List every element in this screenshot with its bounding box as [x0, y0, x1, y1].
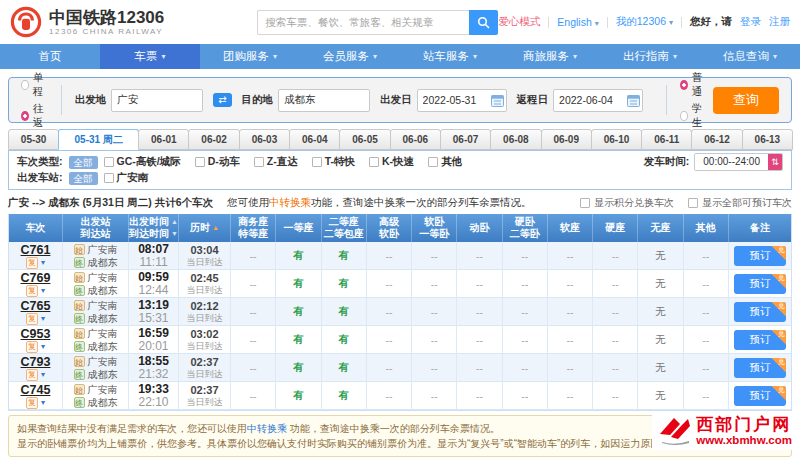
date-tab[interactable]: 06-13	[742, 129, 793, 150]
calendar-icon[interactable]	[627, 94, 640, 107]
column-header[interactable]: 商务座 特等座	[231, 214, 276, 242]
global-search-input[interactable]	[257, 10, 469, 35]
depart-time: 09:59	[138, 270, 169, 284]
date-tab[interactable]: 05-30	[8, 129, 59, 150]
nav-item[interactable]: 信息查询 ▾	[700, 44, 800, 69]
calendar-icon[interactable]	[491, 94, 504, 107]
nav-item[interactable]: 出行指南 ▾	[600, 44, 700, 69]
train-type-checkbox[interactable]: D-动车	[195, 155, 240, 169]
train-number-link[interactable]: C793	[21, 355, 51, 369]
book-button[interactable]: 预订 兑	[734, 358, 786, 378]
book-button[interactable]: 预订 兑	[734, 274, 786, 294]
time-range-toggle-icon[interactable]: ⇅	[768, 154, 782, 170]
depart-station-checkbox[interactable]: 广安南	[104, 171, 149, 185]
arrive-day: 当日到达	[187, 397, 223, 408]
from-station-input[interactable]	[111, 89, 203, 112]
date-tab[interactable]: 06-10	[591, 129, 642, 150]
register-link[interactable]: 注册	[769, 15, 790, 29]
train-number-link[interactable]: C745	[21, 383, 51, 397]
search-button[interactable]	[469, 10, 498, 35]
expand-caret-icon[interactable]: ▾	[41, 398, 45, 408]
arrive-day: 当日到达	[187, 257, 223, 268]
column-header[interactable]: 软卧 一等卧	[412, 214, 457, 242]
expand-caret-icon[interactable]: ▾	[41, 286, 45, 296]
column-header[interactable]: 出发站 到达站	[63, 214, 129, 242]
date-tab[interactable]: 06-12	[691, 129, 742, 150]
nav-item[interactable]: 团购服务 ▾	[200, 44, 300, 69]
nav-item[interactable]: 商旅服务 ▾	[500, 44, 600, 69]
transfer-link[interactable]: 中转换乘	[247, 423, 287, 434]
nav-item-label: 商旅服务	[523, 49, 569, 64]
train-type-checkbox[interactable]: 其他	[428, 155, 462, 169]
date-tab[interactable]: 05-31 周二	[58, 129, 139, 150]
nav-item[interactable]: 首页	[0, 44, 100, 69]
column-header[interactable]: 车次	[9, 214, 63, 242]
brand[interactable]: 中国铁路12306 12306 CHINA RAILWAY	[10, 6, 257, 38]
book-button[interactable]: 预订 兑	[734, 246, 786, 266]
expand-caret-icon[interactable]: ▾	[41, 314, 45, 324]
date-tab[interactable]: 06-06	[390, 129, 441, 150]
points-exchange-corner-badge: 兑	[771, 330, 786, 345]
care-mode-link[interactable]: 爱心模式	[498, 15, 540, 29]
all-types-badge[interactable]: 全部	[69, 156, 98, 169]
my-12306-menu[interactable]: 我的12306▾	[616, 15, 673, 29]
date-tab[interactable]: 06-03	[239, 129, 290, 150]
date-tab[interactable]: 06-07	[440, 129, 491, 150]
nav-item[interactable]: 车票 ▾	[100, 44, 200, 69]
nav-item[interactable]: 会员服务 ▾	[300, 44, 400, 69]
login-link[interactable]: 登录	[740, 15, 761, 29]
column-header[interactable]: 备注	[729, 214, 791, 242]
seat-second-cell: 有	[322, 326, 367, 353]
depart-time-value[interactable]: 00:00--24:00	[695, 154, 768, 170]
trip-type-radio[interactable]: 往返	[21, 102, 48, 130]
column-header[interactable]: 硬座	[593, 214, 638, 242]
column-header[interactable]: 硬卧 二等卧	[503, 214, 548, 242]
train-type-checkbox[interactable]: K-快速	[369, 155, 414, 169]
query-button[interactable]: 查询	[713, 87, 779, 114]
nav-item[interactable]: 站车服务 ▾	[400, 44, 500, 69]
date-tab[interactable]: 06-08	[490, 129, 541, 150]
column-header[interactable]: 软座	[548, 214, 593, 242]
passenger-type-group: 普通 学生	[680, 71, 707, 130]
train-number-link[interactable]: C761	[21, 243, 51, 257]
train-number-link[interactable]: C953	[21, 327, 51, 341]
expand-caret-icon[interactable]: ▾	[41, 370, 45, 380]
train-type-checkbox[interactable]: T-特快	[312, 155, 355, 169]
date-tab[interactable]: 06-02	[188, 129, 239, 150]
train-type-checkbox[interactable]: GC-高铁/城际	[104, 155, 181, 169]
date-tab[interactable]: 06-11	[641, 129, 692, 150]
swap-stations-icon[interactable]: ⇄	[213, 93, 231, 107]
display-toggle-checkbox[interactable]: 显示积分兑换车次	[580, 196, 674, 210]
column-header[interactable]: 动卧	[457, 214, 502, 242]
column-header[interactable]: 出发时间▲ 到达时间▼	[129, 214, 179, 242]
all-stations-badge[interactable]: 全部	[69, 172, 98, 185]
expand-caret-icon[interactable]: ▾	[41, 342, 45, 352]
train-number-link[interactable]: C765	[21, 299, 51, 313]
column-header[interactable]: 二等座 二等包座	[322, 214, 367, 242]
date-tab[interactable]: 06-04	[289, 129, 340, 150]
train-type-checkbox[interactable]: Z-直达	[254, 155, 298, 169]
date-tab[interactable]: 06-09	[541, 129, 592, 150]
end-station-icon: 终	[74, 285, 85, 296]
column-header[interactable]: 其他	[684, 214, 729, 242]
date-tab[interactable]: 06-05	[339, 129, 390, 150]
transfer-link[interactable]: 中转换乘	[269, 196, 311, 208]
date-tab[interactable]: 06-01	[138, 129, 189, 150]
to-station-input[interactable]	[278, 89, 370, 112]
language-select[interactable]: English▾	[557, 16, 598, 28]
train-number-link[interactable]: C769	[21, 271, 51, 285]
book-button[interactable]: 预订 兑	[734, 330, 786, 350]
passenger-type-radio[interactable]: 学生	[680, 102, 707, 130]
trip-type-radio[interactable]: 单程	[21, 71, 48, 99]
column-header[interactable]: 历时▲	[179, 214, 231, 242]
passenger-type-radio[interactable]: 普通	[680, 71, 707, 99]
display-toggle-checkbox[interactable]: 显示全部可预订车次	[688, 196, 792, 210]
book-button[interactable]: 预订 兑	[734, 302, 786, 322]
column-header[interactable]: 一等座	[276, 214, 321, 242]
column-header[interactable]: 无座	[638, 214, 683, 242]
expand-caret-icon[interactable]: ▾	[41, 258, 45, 268]
to-field: 目的地	[242, 89, 371, 112]
book-button[interactable]: 预订 兑	[734, 386, 786, 406]
booking-cell: 预订 兑	[729, 298, 791, 325]
column-header[interactable]: 高级 软卧	[367, 214, 412, 242]
